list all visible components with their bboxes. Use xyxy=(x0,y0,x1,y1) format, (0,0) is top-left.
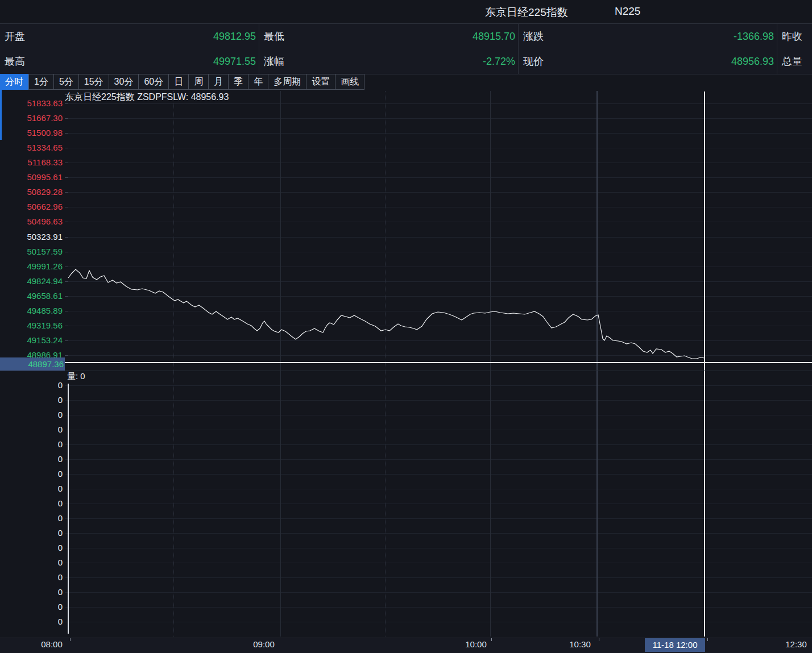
volume-axis-label: 0 xyxy=(0,454,63,464)
time-axis: 11-18 12:00 08:0009:0010:0010:3012:30 xyxy=(0,638,812,653)
volume-axis-line xyxy=(68,384,69,634)
time-axis-label-10:00: 10:00 xyxy=(465,639,487,649)
time-axis-label-08:00: 08:00 xyxy=(41,639,63,649)
volume-axis-label: 0 xyxy=(0,410,63,420)
time-axis-label-12:30: 12:30 xyxy=(785,639,807,649)
volume-axis-label: 0 xyxy=(0,513,63,523)
volume-axis-label: 0 xyxy=(0,587,63,597)
crosshair-horizontal-line xyxy=(64,362,812,363)
volume-axis-label: 0 xyxy=(0,602,63,612)
time-axis-label-10:30: 10:30 xyxy=(569,639,591,649)
crosshair-time-label: 11-18 12:00 xyxy=(645,638,705,652)
time-axis-tick xyxy=(70,638,71,641)
volume-axis-label: 0 xyxy=(0,469,63,479)
volume-indicator-label: 量: 0 xyxy=(67,371,85,382)
time-axis-tick xyxy=(599,638,599,641)
volume-axis-label: 0 xyxy=(0,395,63,405)
pane-separator xyxy=(0,371,812,371)
volume-axis-label: 0 xyxy=(0,380,63,390)
volume-axis-label: 0 xyxy=(0,558,63,568)
price-line xyxy=(68,269,705,359)
volume-axis-label: 0 xyxy=(0,498,63,509)
volume-axis-label: 0 xyxy=(0,572,63,583)
volume-axis-label: 0 xyxy=(0,439,63,450)
crosshair-vertical-line xyxy=(704,91,705,637)
volume-axis-label: 0 xyxy=(0,484,63,494)
time-axis-label-09:00: 09:00 xyxy=(253,639,275,649)
crosshair-price-label: 48897.36 xyxy=(0,357,65,371)
time-axis-tick xyxy=(491,638,492,641)
volume-axis-label: 0 xyxy=(0,528,63,538)
stock-app-window: 东京日经225指数 N225 开盘49812.95最低48915.70涨跌-13… xyxy=(0,0,812,653)
price-line-chart xyxy=(0,0,812,653)
time-axis-tick xyxy=(707,638,708,641)
volume-axis-label: 0 xyxy=(0,425,63,435)
volume-axis-label: 0 xyxy=(0,617,63,627)
volume-axis-label: 0 xyxy=(0,543,63,553)
